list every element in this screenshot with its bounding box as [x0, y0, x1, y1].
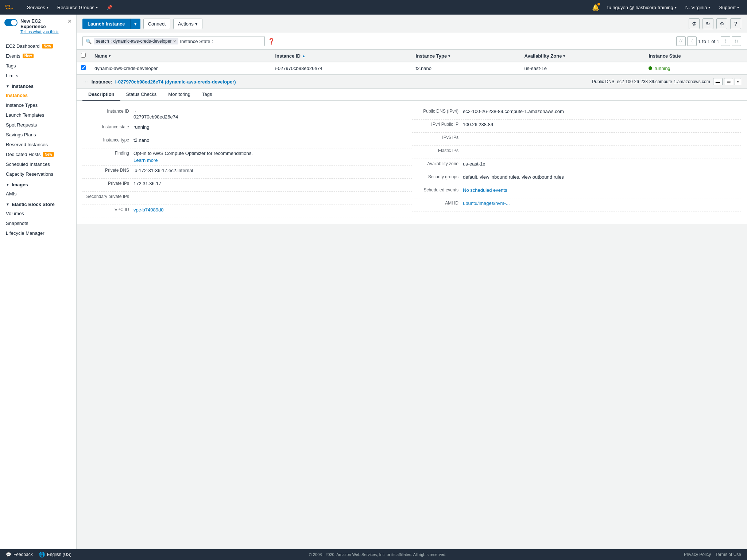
name-column-header[interactable]: Name ▾ — [90, 50, 271, 62]
search-bar: 🔍 search : dynamic-aws-creds-developer ✕… — [77, 33, 747, 50]
section-caret-icon: ▼ — [6, 84, 9, 88]
page-next-button[interactable]: ⟩ — [721, 36, 730, 46]
sidebar-item-instances[interactable]: Instances — [0, 90, 76, 100]
desc-secondary-ips: Secondary private IPs — [82, 192, 412, 205]
scheduled-events-link[interactable]: No scheduled events — [463, 187, 507, 196]
support-menu[interactable]: Support ▾ — [715, 0, 743, 15]
toolbar: Launch Instance ▾ Connect Actions ▾ ⚗ ↻ … — [77, 15, 747, 33]
security-group-default-link[interactable]: default. — [463, 174, 479, 180]
sidebar-item-tags[interactable]: Tags — [0, 61, 76, 71]
new-experience-toggle[interactable] — [4, 19, 18, 26]
tab-monitoring[interactable]: Monitoring — [162, 89, 196, 101]
globe-icon: 🌐 — [39, 552, 45, 557]
remove-search-tag-button[interactable]: ✕ — [173, 39, 176, 44]
page-prev-button[interactable]: ⟨ — [687, 36, 697, 46]
sidebar-item-volumes[interactable]: Volumes — [0, 209, 76, 218]
instance-state-column-header[interactable]: Instance State — [644, 50, 747, 62]
pin-icon: 📌 — [107, 5, 112, 10]
instance-type-column-header[interactable]: Instance Type ▾ — [411, 50, 520, 62]
sidebar-item-reserved-instances[interactable]: Reserved Instances — [0, 140, 76, 149]
desc-instance-state: Instance state running — [82, 122, 412, 135]
search-filter-label: Instance State : — [180, 39, 262, 44]
view-inbound-rules-link[interactable]: view inbound rules. — [480, 174, 520, 180]
tab-tags[interactable]: Tags — [196, 89, 218, 101]
ebs-caret-icon: ▼ — [6, 202, 9, 206]
az-cell: us-east-1e — [520, 62, 645, 74]
help-button[interactable]: ? — [730, 18, 741, 29]
pin-nav[interactable]: 📌 — [103, 0, 116, 15]
detail-panel-icon-3[interactable]: ▪ — [735, 78, 741, 85]
desc-ami-id: AMI ID ubuntu/images/hvm-... — [412, 198, 741, 211]
settings-button[interactable]: ⚙ — [716, 18, 727, 29]
status-dot — [649, 66, 652, 70]
terms-of-use-link[interactable]: Terms of Use — [715, 552, 741, 557]
launch-instance-dropdown-button[interactable]: ▾ — [130, 19, 140, 29]
search-tag: search : dynamic-aws-creds-developer ✕ — [94, 38, 178, 44]
instance-id-column-header[interactable]: Instance ID ▲ — [271, 50, 411, 62]
select-all-checkbox[interactable] — [81, 53, 86, 58]
feedback-button[interactable]: 💬 Feedback — [6, 552, 33, 557]
sidebar-section-ebs[interactable]: ▼ Elastic Block Store — [0, 199, 76, 209]
sidebar-section-images[interactable]: ▼ Images — [0, 179, 76, 189]
page-first-button[interactable]: ⟨⟨ — [676, 36, 686, 46]
sidebar-item-instance-types[interactable]: Instance Types — [0, 100, 76, 110]
services-nav[interactable]: Services ▾ — [23, 0, 52, 15]
close-banner-button[interactable]: ✕ — [67, 18, 72, 24]
launch-instance-button[interactable]: Launch Instance — [82, 19, 130, 29]
sidebar-item-snapshots[interactable]: Snapshots — [0, 218, 76, 228]
region-menu[interactable]: N. Virginia ▾ — [682, 0, 714, 15]
instance-id-sort-icon: ▲ — [302, 54, 306, 58]
sidebar-item-launch-templates[interactable]: Launch Templates — [0, 110, 76, 120]
instance-detail-panel: · · · Instance: i-027970cb98ed26e74 (dyn… — [77, 74, 747, 224]
detail-panel-icons: ▬ ▭ ▪ — [713, 78, 741, 85]
privacy-policy-link[interactable]: Privacy Policy — [684, 552, 711, 557]
tab-status-checks[interactable]: Status Checks — [120, 89, 163, 101]
bottom-bar: 💬 Feedback 🌐 English (US) © 2008 - 2020,… — [0, 549, 747, 560]
desc-scheduled-events: Scheduled events No scheduled events — [412, 185, 741, 198]
actions-button[interactable]: Actions ▾ — [173, 19, 202, 29]
desc-az: Availability zone us-east-1e — [412, 159, 741, 172]
sidebar-item-ec2-dashboard[interactable]: EC2 Dashboard New — [0, 41, 76, 51]
instance-type-sort-icon: ▾ — [448, 54, 450, 58]
lab-icon-button[interactable]: ⚗ — [689, 18, 700, 29]
row-checkbox[interactable] — [81, 65, 86, 70]
sidebar-item-scheduled-instances[interactable]: Scheduled Instances — [0, 159, 76, 169]
table-row[interactable]: dynamic-aws-creds-developer i-027970cb98… — [77, 62, 747, 74]
top-navigation: aws Services ▾ Resource Groups ▾ 📌 🔔 tu.… — [0, 0, 747, 15]
sidebar-item-limits[interactable]: Limits — [0, 71, 76, 81]
sidebar-item-lifecycle-manager[interactable]: Lifecycle Manager — [0, 228, 76, 238]
page-last-button[interactable]: ⟩⟩ — [732, 36, 741, 46]
instance-type-cell: t2.nano — [411, 62, 520, 74]
detail-panel-icon-2[interactable]: ▭ — [724, 78, 733, 85]
instance-state-cell: running — [644, 62, 747, 74]
refresh-button[interactable]: ↻ — [703, 18, 713, 29]
availability-zone-column-header[interactable]: Availability Zone ▾ — [520, 50, 645, 62]
learn-more-link[interactable]: Learn more — [133, 158, 253, 163]
detail-panel-icon-1[interactable]: ▬ — [713, 78, 723, 85]
connect-button[interactable]: Connect — [143, 19, 170, 29]
region-caret-icon: ▾ — [708, 5, 710, 9]
search-help-button[interactable]: ❓ — [268, 38, 275, 45]
resize-handle[interactable]: · · · — [82, 79, 89, 84]
aws-logo[interactable]: aws — [4, 3, 19, 12]
sidebar-item-dedicated-hosts[interactable]: Dedicated Hosts New — [0, 149, 76, 159]
sidebar-item-amis[interactable]: AMIs — [0, 189, 76, 199]
sidebar-item-savings-plans[interactable]: Savings Plans — [0, 130, 76, 140]
ami-id-link[interactable]: ubuntu/images/hvm-... — [463, 201, 510, 209]
desc-left-col: Instance ID i-027970cb98ed26e74 Instance… — [82, 106, 412, 218]
sidebar-item-capacity-reservations[interactable]: Capacity Reservations — [0, 169, 76, 179]
vpc-id-link[interactable]: vpc-b74089d0 — [133, 207, 163, 215]
sidebar-section-instances[interactable]: ▼ Instances — [0, 81, 76, 90]
tab-description[interactable]: Description — [82, 89, 120, 101]
language-selector[interactable]: 🌐 English (US) — [39, 552, 71, 557]
toggle-knob — [11, 20, 17, 26]
sidebar-item-spot-requests[interactable]: Spot Requests — [0, 120, 76, 130]
notifications-button[interactable]: 🔔 — [589, 0, 602, 15]
sidebar-item-events[interactable]: Events New — [0, 51, 76, 61]
resource-groups-nav[interactable]: Resource Groups ▾ — [54, 0, 101, 15]
view-outbound-rules-link[interactable]: view outbound rules — [522, 174, 564, 180]
desc-vpc-id: VPC ID vpc-b74089d0 — [82, 205, 412, 218]
user-menu[interactable]: tu.nguyen @ hashicorp-training ▾ — [604, 0, 680, 15]
select-all-header[interactable] — [77, 50, 90, 62]
launch-instance-btn-group: Launch Instance ▾ — [82, 19, 140, 29]
